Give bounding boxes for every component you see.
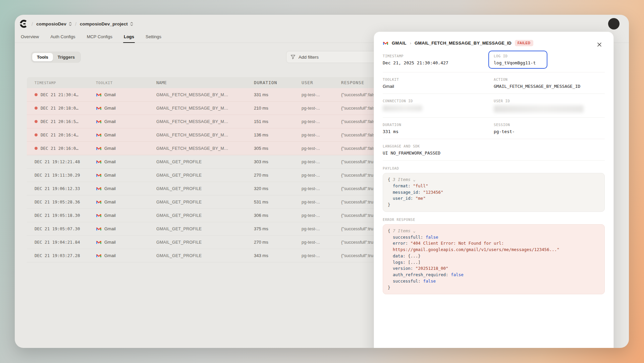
row-timestamp: DEC 21 19:04:21.84: [35, 240, 80, 245]
redacted-value: [383, 105, 422, 111]
gmail-icon: [96, 146, 102, 151]
field-row: LANGUAGE AND SDK UI NO_FRAMEWORK_PASSED: [383, 139, 605, 161]
table-row[interactable]: DEC 21 19:05:18.30 Gmail GMAIL_GET_PROFI…: [27, 209, 389, 222]
error-status-dot: [35, 120, 38, 123]
row-user: pg-test-...: [302, 240, 341, 245]
row-duration: 320 ms: [254, 186, 302, 191]
row-timestamp: DEC 21 19:05:18.30: [35, 213, 80, 218]
col-name: NAME: [156, 80, 254, 85]
error-status-dot: [35, 93, 38, 96]
table-row[interactable]: DEC 21 20:16:5… Gmail GMAIL_FETCH_MESSAG…: [27, 115, 389, 128]
table-row[interactable]: DEC 21 20:18:0… Gmail GMAIL_FETCH_MESSAG…: [27, 102, 389, 115]
logs-table: TIMESTAMP TOOLKIT NAME DURATION USER RES…: [27, 77, 389, 262]
row-timestamp: DEC 21 19:03:27.28: [35, 253, 80, 258]
tab-mcp-configs[interactable]: MCP Configs: [86, 32, 113, 43]
field-action: ACTION GMAIL_FETCH_MESSAGE_BY_MESSAGE_ID: [494, 77, 605, 89]
col-duration: DURATION: [254, 80, 302, 85]
row-user: pg-test-...: [302, 132, 341, 137]
add-filters-label: Add filters: [299, 55, 319, 60]
tab-auth-configs[interactable]: Auth Configs: [50, 32, 76, 43]
redacted-value: [494, 105, 584, 113]
table-row[interactable]: DEC 21 20:16:4… Gmail GMAIL_FETCH_MESSAG…: [27, 128, 389, 142]
gmail-icon: [96, 160, 102, 164]
row-duration: 210 ms: [254, 106, 302, 111]
row-name: GMAIL_FETCH_MESSAGE_BY_M…: [156, 119, 254, 124]
payload-json-viewer[interactable]: { 3 Items ⌄ format: "full" message_id: "…: [383, 173, 605, 212]
row-user: pg-test-...: [302, 186, 341, 191]
tab-bar: Overview Auth Configs MCP Configs Logs S…: [20, 32, 162, 43]
tab-overview[interactable]: Overview: [20, 32, 40, 43]
field-row: DURATION 331 ms SESSION pg-test-: [383, 118, 605, 139]
row-name: GMAIL_GET_PROFILE: [156, 160, 254, 164]
table-row[interactable]: DEC 21 19:05:07.30 Gmail GMAIL_GET_PROFI…: [27, 222, 389, 236]
gmail-icon: [96, 119, 102, 124]
row-name: GMAIL_GET_PROFILE: [156, 253, 254, 258]
logs-type-segmented-control: Tools Triggers: [31, 52, 81, 63]
error-response-section-label: ERROR RESPONSE: [383, 218, 605, 222]
field-row: TIMESTAMP Dec 21, 2025 21:30:40.427 LOG …: [383, 49, 605, 72]
row-toolkit: Gmail: [104, 146, 116, 151]
row-toolkit: Gmail: [104, 106, 116, 111]
chevron-right-icon: ›: [410, 41, 411, 46]
gmail-icon: [96, 106, 102, 111]
gmail-icon: [96, 133, 102, 137]
field-user-id: USER ID: [494, 99, 605, 113]
table-row[interactable]: DEC 21 19:03:27.28 Gmail GMAIL_GET_PROFI…: [27, 249, 389, 262]
error-status-dot: [35, 147, 38, 150]
row-timestamp: DEC 21 19:05:07.30: [35, 226, 80, 231]
row-toolkit: Gmail: [104, 199, 116, 204]
panel-action-name: GMAIL_FETCH_MESSAGE_BY_MESSAGE_ID: [415, 41, 512, 46]
gmail-icon: [383, 41, 388, 46]
row-user: pg-test-...: [302, 92, 341, 97]
tab-settings[interactable]: Settings: [145, 32, 162, 43]
row-duration: 306 ms: [254, 213, 302, 218]
row-duration: 331 ms: [254, 92, 302, 97]
table-row[interactable]: DEC 21 19:12:21.48 Gmail GMAIL_GET_PROFI…: [27, 155, 389, 169]
row-user: pg-test-...: [302, 106, 341, 111]
close-icon[interactable]: [595, 41, 603, 49]
project-selector[interactable]: composioDev_project: [80, 21, 133, 26]
row-timestamp: DEC 21 19:11:30.29: [35, 173, 80, 178]
col-timestamp: TIMESTAMP: [27, 81, 96, 85]
field-row: TOOLKIT Gmail ACTION GMAIL_FETCH_MESSAGE…: [383, 72, 605, 94]
segment-triggers[interactable]: Triggers: [53, 53, 79, 61]
row-duration: 305 ms: [254, 146, 302, 151]
gmail-icon: [96, 93, 102, 97]
row-name: GMAIL_GET_PROFILE: [156, 173, 254, 178]
table-row[interactable]: DEC 21 19:05:28.36 Gmail GMAIL_GET_PROFI…: [27, 195, 389, 209]
user-avatar[interactable]: [608, 18, 620, 29]
breadcrumb-separator: /: [75, 21, 76, 27]
breadcrumb: / composioDev / composioDev_project: [19, 19, 133, 28]
row-timestamp: DEC 21 20:18:0…: [41, 106, 78, 111]
row-toolkit: Gmail: [104, 213, 116, 218]
row-toolkit: Gmail: [104, 173, 116, 178]
row-name: GMAIL_FETCH_MESSAGE_BY_M…: [156, 93, 254, 97]
row-user: pg-test-...: [302, 119, 341, 124]
row-timestamp: DEC 21 20:16:5…: [41, 119, 78, 124]
table-row[interactable]: DEC 21 19:06:12.33 Gmail GMAIL_GET_PROFI…: [27, 182, 389, 195]
gmail-icon: [96, 186, 102, 191]
field-log-id[interactable]: LOG ID log_tVqomBgg11-t: [488, 51, 547, 69]
row-duration: 136 ms: [254, 132, 302, 137]
tab-logs[interactable]: Logs: [123, 32, 135, 43]
row-user: pg-test-...: [302, 199, 341, 204]
table-row[interactable]: DEC 21 20:16:0… Gmail GMAIL_FETCH_MESSAG…: [27, 142, 389, 155]
logs-table-header: TIMESTAMP TOOLKIT NAME DURATION USER RES…: [27, 77, 389, 88]
row-duration: 151 ms: [254, 119, 302, 124]
row-name: GMAIL_FETCH_MESSAGE_BY_M…: [156, 106, 254, 111]
field-session: SESSION pg-test-: [494, 123, 605, 134]
segment-tools[interactable]: Tools: [32, 53, 53, 61]
row-user: pg-test-...: [302, 173, 341, 178]
row-toolkit: Gmail: [104, 132, 116, 137]
table-row[interactable]: DEC 21 19:11:30.29 Gmail GMAIL_GET_PROFI…: [27, 169, 389, 182]
row-duration: 375 ms: [254, 226, 302, 231]
table-row[interactable]: DEC 21 19:04:21.84 Gmail GMAIL_GET_PROFI…: [27, 236, 389, 249]
table-row[interactable]: DEC 21 21:30:4… Gmail GMAIL_FETCH_MESSAG…: [27, 88, 389, 102]
error-response-json-viewer[interactable]: { 7 Items ⌄ successfull: false error: "4…: [383, 224, 605, 295]
field-connection-id: CONNECTION ID: [383, 99, 494, 113]
org-selector[interactable]: composioDev: [36, 21, 72, 26]
panel-toolkit-name: GMAIL: [392, 41, 407, 46]
composio-logo-icon[interactable]: [19, 19, 28, 28]
row-user: pg-test-...: [302, 226, 341, 231]
row-name: GMAIL_FETCH_MESSAGE_BY_M…: [156, 133, 254, 137]
